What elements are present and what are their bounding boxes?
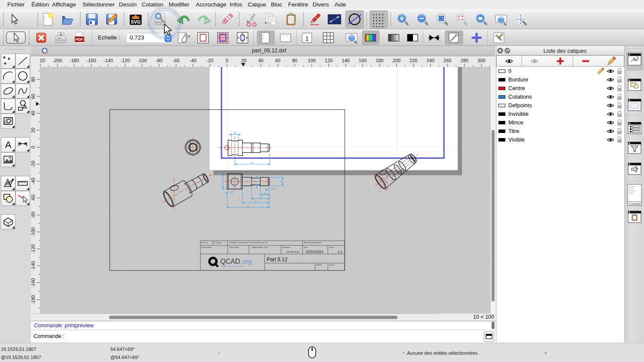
svg-text:1:1: 1:1 [338,250,343,254]
svg-text:-120: -120 [120,58,130,63]
svg-text:-60: -60 [173,58,179,63]
svg-text:140: 140 [342,58,349,63]
svg-text:0: 0 [31,146,36,148]
svg-text:20: 20 [241,58,246,63]
svg-text:A: A [5,139,12,150]
svg-text:41: 41 [251,161,253,164]
svg-text:+: + [264,21,267,25]
svg-text:280: 280 [461,58,468,63]
svg-text:1: 1 [305,35,309,42]
svg-text:ø10: ø10 [280,180,283,183]
svg-text:Item ref: Item ref [201,241,208,244]
svg-text:220: 220 [410,58,417,63]
svg-text:> command: > command [629,202,640,205]
svg-text:11: 11 [264,192,266,194]
svg-text:60: 60 [31,94,36,99]
svg-text:Date: Date [304,246,308,248]
svg-text:Filename: Filename [283,246,290,248]
svg-text:40: 40 [31,111,36,116]
svg-text:20: 20 [31,128,36,133]
svg-text:Checked by: Checked by [229,246,240,248]
svg-text:01/01/2024: 01/01/2024 [306,250,323,254]
svg-text:PDF: PDF [76,37,84,42]
svg-text:200: 200 [393,58,401,63]
svg-text:80: 80 [31,77,36,82]
svg-text:+: + [246,19,249,24]
svg-text:Title/Name, destination, mater: Title/Name, destination, material, dimen… [229,241,268,244]
svg-text:300: 300 [477,58,485,63]
svg-text:Sheet: Sheet [329,264,334,266]
svg-text:part_05.12.dxf: part_05.12.dxf [287,251,300,253]
svg-text:0: 0 [226,58,228,63]
svg-text:QCAD.org: QCAD.org [220,258,252,265]
svg-text:-40: -40 [31,178,36,184]
svg-text:Open Source CAD: Open Source CAD [221,265,244,268]
svg-text:Part 5.12: Part 5.12 [267,256,288,262]
svg-text:Quantity: Quantity [214,241,222,244]
svg-text:21: 21 [259,196,262,199]
svg-text:2x45°: 2x45° [270,188,276,190]
svg-text:-180: -180 [31,295,36,305]
svg-text:Scale: Scale [329,246,334,248]
svg-text:-20: -20 [207,58,213,63]
svg-text:-140: -140 [31,261,36,271]
svg-text:260: 260 [444,58,451,63]
svg-text:50: 50 [247,205,249,207]
svg-text:100: 100 [308,58,316,63]
svg-text:-60: -60 [31,195,36,202]
svg-text:SVG: SVG [131,19,140,24]
svg-text:-40: -40 [190,58,197,63]
svg-text:-180: -180 [70,58,79,63]
svg-text:-100: -100 [137,58,147,63]
svg-text:160: 160 [359,58,367,63]
svg-text:Approved by - date: Approved by - date [252,246,268,248]
svg-text:240: 240 [427,58,434,63]
svg-text:-80: -80 [31,211,36,218]
svg-text:Designed by: Designed by [201,246,212,248]
svg-text:Article No./Reference: Article No./Reference [304,241,322,244]
svg-text:2x45°: 2x45° [229,191,234,193]
svg-text:-140: -140 [103,58,113,63]
svg-text:-80: -80 [156,58,163,63]
svg-text:40: 40 [258,58,263,63]
svg-text:-20: -20 [31,161,36,168]
svg-text:180: 180 [376,58,383,63]
svg-text:32: 32 [255,200,257,202]
svg-text:120: 120 [325,58,333,63]
svg-text:-200: -200 [52,58,62,63]
svg-text:Edition: Edition [316,264,322,266]
svg-text:ø8: ø8 [234,132,236,134]
svg-text:ø8: ø8 [255,180,257,183]
svg-text:-120: -120 [31,244,36,253]
svg-text:10: 10 [221,180,223,183]
svg-text:-160: -160 [86,58,96,63]
svg-text:-160: -160 [31,278,36,287]
svg-text:60: 60 [275,58,280,63]
svg-text:-220: -220 [40,58,45,63]
svg-text:-100: -100 [31,227,36,237]
svg-text:80: 80 [292,58,297,63]
